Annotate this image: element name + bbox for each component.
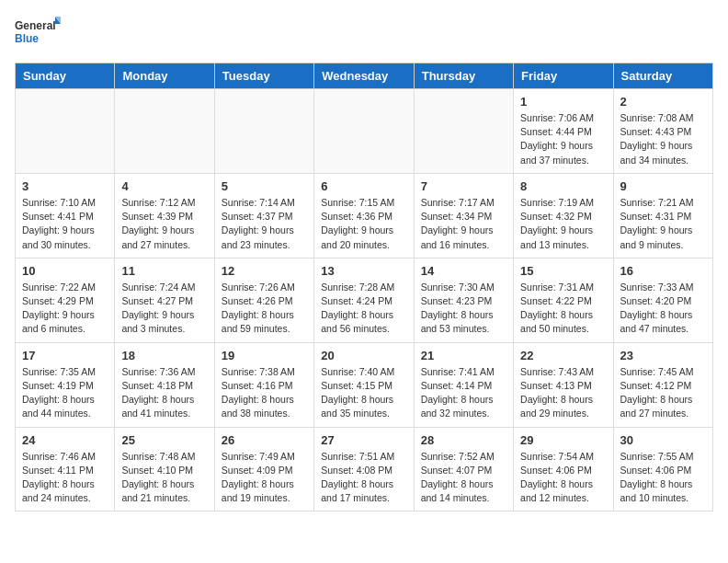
- calendar-cell: [314, 89, 414, 174]
- week-row-3: 10Sunrise: 7:22 AM Sunset: 4:29 PM Dayli…: [16, 258, 713, 342]
- day-info: Sunrise: 7:45 AM Sunset: 4:12 PM Dayligh…: [620, 365, 706, 421]
- day-number: 13: [321, 264, 406, 278]
- day-number: 12: [222, 264, 307, 278]
- day-number: 27: [321, 433, 406, 447]
- day-number: 10: [22, 264, 108, 278]
- day-number: 9: [620, 179, 706, 193]
- calendar-table: SundayMondayTuesdayWednesdayThursdayFrid…: [15, 63, 713, 511]
- day-header-friday: Friday: [514, 63, 613, 89]
- calendar-cell: 16Sunrise: 7:33 AM Sunset: 4:20 PM Dayli…: [613, 258, 712, 342]
- calendar-cell: 14Sunrise: 7:30 AM Sunset: 4:23 PM Dayli…: [414, 258, 513, 342]
- calendar-cell: 3Sunrise: 7:10 AM Sunset: 4:41 PM Daylig…: [16, 173, 115, 258]
- calendar-cell: 22Sunrise: 7:43 AM Sunset: 4:13 PM Dayli…: [514, 342, 613, 427]
- day-number: 15: [520, 264, 606, 278]
- calendar-cell: 2Sunrise: 7:08 AM Sunset: 4:43 PM Daylig…: [613, 89, 712, 174]
- week-row-5: 24Sunrise: 7:46 AM Sunset: 4:11 PM Dayli…: [16, 427, 713, 511]
- logo-svg: General Blue: [15, 15, 61, 52]
- day-number: 26: [222, 433, 307, 447]
- day-number: 25: [121, 433, 207, 447]
- day-info: Sunrise: 7:17 AM Sunset: 4:34 PM Dayligh…: [421, 196, 506, 252]
- calendar-cell: 27Sunrise: 7:51 AM Sunset: 4:08 PM Dayli…: [314, 427, 414, 511]
- day-info: Sunrise: 7:41 AM Sunset: 4:14 PM Dayligh…: [421, 365, 506, 421]
- logo: General Blue: [15, 15, 61, 52]
- day-header-saturday: Saturday: [613, 63, 712, 89]
- calendar-cell: 28Sunrise: 7:52 AM Sunset: 4:07 PM Dayli…: [414, 427, 513, 511]
- calendar-cell: [16, 89, 115, 174]
- calendar-cell: 24Sunrise: 7:46 AM Sunset: 4:11 PM Dayli…: [16, 427, 115, 511]
- calendar-cell: 17Sunrise: 7:35 AM Sunset: 4:19 PM Dayli…: [16, 342, 115, 427]
- day-info: Sunrise: 7:30 AM Sunset: 4:23 PM Dayligh…: [421, 281, 506, 337]
- day-number: 22: [520, 349, 606, 362]
- day-info: Sunrise: 7:36 AM Sunset: 4:18 PM Dayligh…: [121, 365, 207, 421]
- day-number: 18: [121, 349, 207, 362]
- header-row: SundayMondayTuesdayWednesdayThursdayFrid…: [16, 63, 713, 89]
- calendar-cell: 20Sunrise: 7:40 AM Sunset: 4:15 PM Dayli…: [314, 342, 414, 427]
- calendar-cell: 10Sunrise: 7:22 AM Sunset: 4:29 PM Dayli…: [16, 258, 115, 342]
- day-header-sunday: Sunday: [16, 63, 115, 89]
- day-number: 29: [520, 433, 606, 447]
- day-info: Sunrise: 7:43 AM Sunset: 4:13 PM Dayligh…: [520, 365, 606, 421]
- calendar-cell: [115, 89, 214, 174]
- day-header-monday: Monday: [115, 63, 214, 89]
- day-number: 1: [520, 95, 606, 109]
- calendar-cell: 6Sunrise: 7:15 AM Sunset: 4:36 PM Daylig…: [314, 173, 414, 258]
- day-info: Sunrise: 7:26 AM Sunset: 4:26 PM Dayligh…: [222, 281, 307, 337]
- week-row-2: 3Sunrise: 7:10 AM Sunset: 4:41 PM Daylig…: [16, 173, 713, 258]
- day-info: Sunrise: 7:28 AM Sunset: 4:24 PM Dayligh…: [321, 281, 406, 337]
- calendar-cell: 21Sunrise: 7:41 AM Sunset: 4:14 PM Dayli…: [414, 342, 513, 427]
- day-number: 23: [620, 349, 706, 362]
- calendar-cell: 11Sunrise: 7:24 AM Sunset: 4:27 PM Dayli…: [115, 258, 214, 342]
- day-header-tuesday: Tuesday: [214, 63, 313, 89]
- calendar-cell: 4Sunrise: 7:12 AM Sunset: 4:39 PM Daylig…: [115, 173, 214, 258]
- day-info: Sunrise: 7:46 AM Sunset: 4:11 PM Dayligh…: [22, 450, 108, 506]
- calendar-cell: [414, 89, 513, 174]
- calendar-cell: [214, 89, 313, 174]
- day-info: Sunrise: 7:55 AM Sunset: 4:06 PM Dayligh…: [620, 450, 706, 506]
- day-number: 7: [421, 179, 506, 193]
- day-info: Sunrise: 7:33 AM Sunset: 4:20 PM Dayligh…: [620, 281, 706, 337]
- calendar-cell: 15Sunrise: 7:31 AM Sunset: 4:22 PM Dayli…: [514, 258, 613, 342]
- calendar-cell: 5Sunrise: 7:14 AM Sunset: 4:37 PM Daylig…: [214, 173, 313, 258]
- day-number: 14: [421, 264, 506, 278]
- day-info: Sunrise: 7:24 AM Sunset: 4:27 PM Dayligh…: [121, 281, 207, 337]
- day-info: Sunrise: 7:19 AM Sunset: 4:32 PM Dayligh…: [520, 196, 606, 252]
- day-number: 11: [121, 264, 207, 278]
- day-number: 21: [421, 349, 506, 362]
- day-info: Sunrise: 7:14 AM Sunset: 4:37 PM Dayligh…: [222, 196, 307, 252]
- day-header-thursday: Thursday: [414, 63, 513, 89]
- calendar-cell: 9Sunrise: 7:21 AM Sunset: 4:31 PM Daylig…: [613, 173, 712, 258]
- day-info: Sunrise: 7:51 AM Sunset: 4:08 PM Dayligh…: [321, 450, 406, 506]
- day-number: 17: [22, 349, 108, 362]
- day-number: 24: [22, 433, 108, 447]
- day-number: 20: [321, 349, 406, 362]
- day-info: Sunrise: 7:21 AM Sunset: 4:31 PM Dayligh…: [620, 196, 706, 252]
- calendar-cell: 7Sunrise: 7:17 AM Sunset: 4:34 PM Daylig…: [414, 173, 513, 258]
- page-header: General Blue: [15, 15, 713, 52]
- day-info: Sunrise: 7:31 AM Sunset: 4:22 PM Dayligh…: [520, 281, 606, 337]
- calendar-cell: 30Sunrise: 7:55 AM Sunset: 4:06 PM Dayli…: [613, 427, 712, 511]
- day-info: Sunrise: 7:15 AM Sunset: 4:36 PM Dayligh…: [321, 196, 406, 252]
- calendar-cell: 18Sunrise: 7:36 AM Sunset: 4:18 PM Dayli…: [115, 342, 214, 427]
- day-info: Sunrise: 7:08 AM Sunset: 4:43 PM Dayligh…: [620, 111, 706, 167]
- calendar-cell: 29Sunrise: 7:54 AM Sunset: 4:06 PM Dayli…: [514, 427, 613, 511]
- day-number: 5: [222, 179, 307, 193]
- day-number: 28: [421, 433, 506, 447]
- day-number: 4: [121, 179, 207, 193]
- day-number: 30: [620, 433, 706, 447]
- week-row-4: 17Sunrise: 7:35 AM Sunset: 4:19 PM Dayli…: [16, 342, 713, 427]
- day-number: 16: [620, 264, 706, 278]
- svg-text:General: General: [15, 19, 56, 32]
- day-number: 8: [520, 179, 606, 193]
- day-info: Sunrise: 7:10 AM Sunset: 4:41 PM Dayligh…: [22, 196, 108, 252]
- day-info: Sunrise: 7:38 AM Sunset: 4:16 PM Dayligh…: [222, 365, 307, 421]
- day-number: 19: [222, 349, 307, 362]
- calendar-cell: 12Sunrise: 7:26 AM Sunset: 4:26 PM Dayli…: [214, 258, 313, 342]
- day-number: 2: [620, 95, 706, 109]
- day-info: Sunrise: 7:52 AM Sunset: 4:07 PM Dayligh…: [421, 450, 506, 506]
- calendar-cell: 23Sunrise: 7:45 AM Sunset: 4:12 PM Dayli…: [613, 342, 712, 427]
- calendar-cell: 25Sunrise: 7:48 AM Sunset: 4:10 PM Dayli…: [115, 427, 214, 511]
- day-info: Sunrise: 7:54 AM Sunset: 4:06 PM Dayligh…: [520, 450, 606, 506]
- svg-text:Blue: Blue: [15, 32, 39, 45]
- calendar-cell: 26Sunrise: 7:49 AM Sunset: 4:09 PM Dayli…: [214, 427, 313, 511]
- day-info: Sunrise: 7:35 AM Sunset: 4:19 PM Dayligh…: [22, 365, 108, 421]
